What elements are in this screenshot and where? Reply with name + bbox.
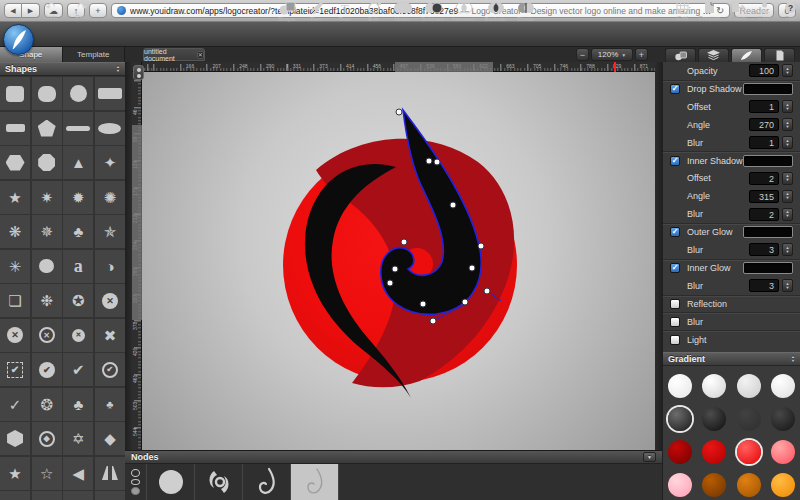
app-logo[interactable] [3, 24, 34, 55]
shape-dome-wide[interactable]: ◠ [95, 491, 125, 500]
shape-club[interactable]: ♣ [63, 388, 93, 421]
shape-ellipse[interactable] [95, 112, 125, 145]
value-angle[interactable]: 315 [749, 190, 779, 203]
canvas-area[interactable]: 1662072482903313734144564975395806226637… [132, 62, 655, 450]
tab-layers-panel[interactable] [698, 48, 729, 62]
shape-letter-a[interactable]: a [63, 250, 93, 283]
gradient-swatch-white-1[interactable] [668, 374, 692, 398]
color-swatch-inner-shadow[interactable] [743, 155, 793, 167]
shape-circle-x-small[interactable]: ✕ [63, 319, 93, 352]
checkbox-light[interactable] [670, 335, 680, 345]
gradient-swatch-dark-ring[interactable] [668, 407, 692, 431]
shape-check-circle[interactable]: ✔ [32, 353, 62, 386]
shape-octagon[interactable] [32, 146, 62, 179]
gradient-swatch-pink[interactable] [668, 473, 692, 497]
shape-trefoil[interactable]: ♣ [63, 215, 93, 248]
path-node[interactable] [392, 266, 398, 272]
shape-circle-x[interactable]: ✕ [95, 284, 125, 317]
checkbox-inner-shadow[interactable]: ✓ [670, 156, 680, 166]
shape-tool-button[interactable]: Shape [272, 1, 301, 24]
value-offset[interactable]: 2 [749, 172, 779, 185]
shape-cube-circle[interactable]: ◆ [32, 422, 62, 455]
color-swatch-inner-glow[interactable] [743, 262, 793, 274]
path-node[interactable] [434, 159, 440, 165]
shape-circle-x-bold[interactable]: ✕ [0, 319, 30, 352]
gradient-swatch-black-2[interactable] [771, 407, 795, 431]
gradient-swatch-black-1[interactable] [702, 407, 726, 431]
zoom-out-button[interactable]: − [576, 48, 589, 61]
gradient-swatch-dark-red[interactable] [668, 440, 692, 464]
node-toggle-circle[interactable] [131, 469, 140, 477]
preview-button[interactable]: Preview [695, 1, 724, 24]
path-node[interactable] [450, 202, 456, 208]
color-swatch-outer-glow[interactable] [743, 226, 793, 238]
shape-play-triangles[interactable]: ◀ [63, 457, 93, 490]
logo-artwork[interactable] [132, 62, 655, 450]
value-blur[interactable]: 3 [749, 243, 779, 256]
shape-rounded-square-soft[interactable] [32, 77, 62, 110]
stepper-offset[interactable]: ▲▼ [782, 100, 793, 113]
shape-road-stripes[interactable] [95, 457, 125, 490]
left-divider[interactable] [125, 62, 132, 500]
gradient-header[interactable]: Gradient ▲▼ [663, 352, 800, 366]
nodes-header[interactable]: Nodes ▼ [125, 451, 662, 464]
shape-club-small[interactable]: ♣ [95, 388, 125, 421]
nodes-dropdown-button[interactable]: ▼ [643, 452, 656, 462]
path-node[interactable] [401, 239, 407, 245]
shape-five-point-star[interactable]: ★ [0, 181, 30, 214]
path-node[interactable] [430, 318, 436, 324]
export-button[interactable]: Export [723, 1, 752, 24]
shape-arch[interactable]: ◠ [63, 491, 93, 500]
shape-hexagon[interactable] [0, 146, 30, 179]
path-node[interactable] [420, 301, 426, 307]
stepper-offset[interactable]: ▲▼ [782, 172, 793, 185]
shape-dashed-check[interactable]: ✔ [0, 353, 30, 386]
stepper-angle[interactable]: ▲▼ [782, 118, 793, 131]
text-tool-button[interactable]: T Text [330, 1, 359, 24]
shape-check-ring[interactable]: ✔ [95, 353, 125, 386]
layer-thumb-hook[interactable] [243, 464, 291, 500]
shape-sunburst-2[interactable]: ✵ [32, 215, 62, 248]
stepper-blur[interactable]: ▲▼ [782, 279, 793, 292]
ruler-origin-button[interactable] [133, 65, 144, 80]
gradient-swatch-brown-orange[interactable] [702, 473, 726, 497]
tips-button[interactable]: ? Tips [776, 1, 800, 24]
horizontal-ruler[interactable]: 1662072482903313734144564975395806226637… [142, 62, 655, 72]
gradient-stepper-icon[interactable]: ▲▼ [791, 355, 795, 363]
shape-triangle[interactable]: ▲ [63, 146, 93, 179]
tab-template[interactable]: Template [63, 47, 126, 62]
pen-tool-button[interactable]: Pen [301, 1, 330, 24]
gradient-swatch-orange[interactable] [737, 473, 761, 497]
stepper-opacity[interactable]: ▲▼ [782, 64, 793, 77]
shape-star-outline[interactable]: ☆ [32, 457, 62, 490]
shapes-panel-header[interactable]: Shapes ▲▼ [0, 62, 125, 76]
gradient-swatch-bright-red-selected[interactable] [737, 440, 761, 464]
value-opacity[interactable]: 100 [749, 64, 779, 77]
color-swatch-drop-shadow[interactable] [743, 83, 793, 95]
grid-button[interactable]: Grid [668, 1, 697, 24]
intersect-tool-button[interactable]: Intersect [449, 1, 478, 24]
tab-shapes-panel[interactable] [665, 48, 696, 62]
value-blur[interactable]: 2 [749, 208, 779, 221]
shape-star-filled[interactable]: ★ [0, 457, 30, 490]
path-node[interactable] [478, 243, 484, 249]
document-tab[interactable]: untitled document ✕ [143, 48, 205, 61]
shape-rectangle[interactable] [95, 77, 125, 110]
shape-burst-24[interactable]: ✳ [0, 250, 30, 283]
shape-star-of-david[interactable]: ✡ [63, 422, 93, 455]
undo-button[interactable]: ↶ Undo [36, 1, 65, 24]
stepper-blur[interactable]: ▲▼ [782, 136, 793, 149]
value-offset[interactable]: 1 [749, 100, 779, 113]
gradient-swatch-white-2[interactable] [702, 374, 726, 398]
shape-sheriff-star[interactable]: ❉ [32, 284, 62, 317]
divide-tool-button[interactable]: Divide [511, 1, 540, 24]
subtract-tool-button[interactable]: Subtract [418, 1, 447, 24]
zoom-in-button[interactable]: + [635, 48, 648, 61]
shape-dome-double[interactable]: ◠ [32, 491, 62, 500]
shape-four-point-star[interactable]: ✦ [95, 146, 125, 179]
user-button[interactable]: User [750, 1, 779, 24]
shape-check-mark[interactable]: ✔ [63, 353, 93, 386]
shape-stacked-squares[interactable]: ❏ [0, 284, 30, 317]
shape-eight-point-seal[interactable]: ✹ [63, 181, 93, 214]
shape-dome[interactable]: ◠ [0, 491, 30, 500]
